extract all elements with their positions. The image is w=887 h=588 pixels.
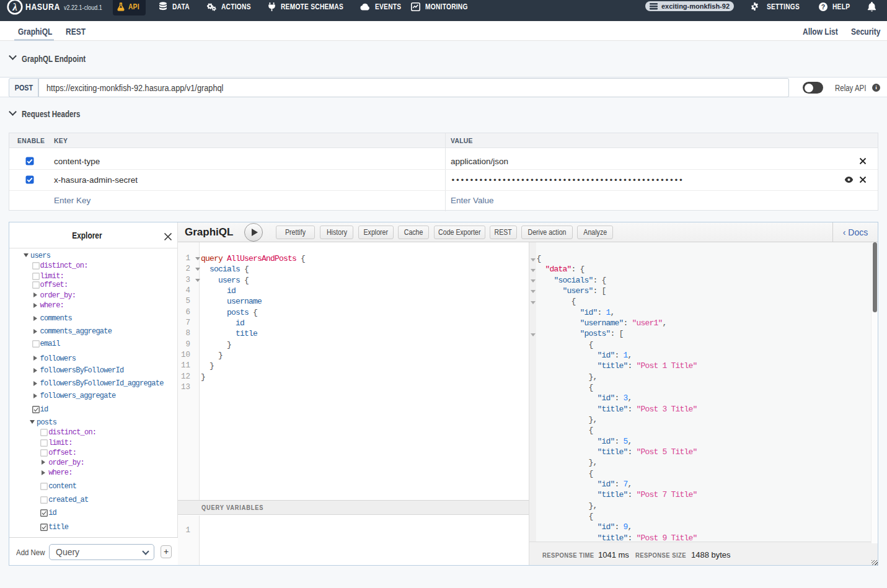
svg-text:?: ?: [821, 2, 826, 10]
svg-text:λ: λ: [12, 1, 17, 13]
